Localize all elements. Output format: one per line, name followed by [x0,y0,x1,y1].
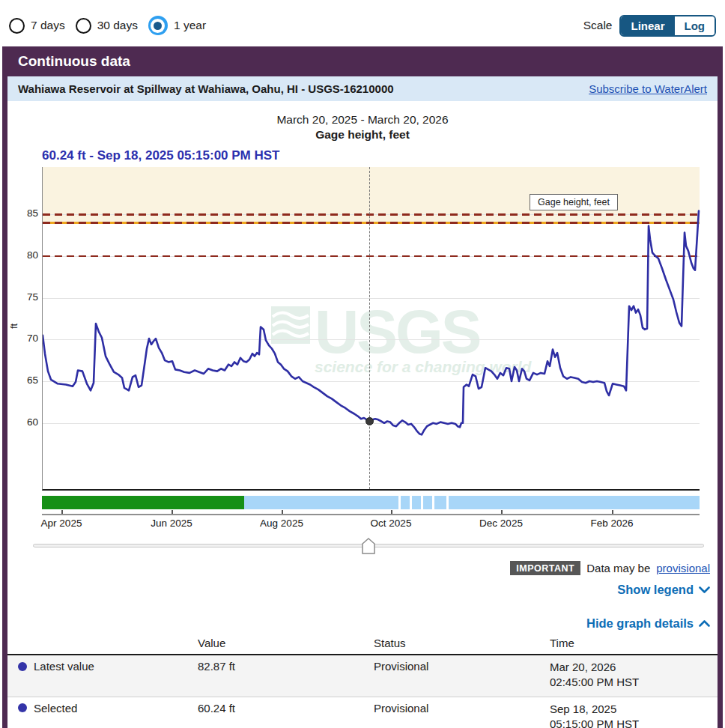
provisional-link[interactable]: provisional [656,562,710,574]
hover-tooltip: Gage height, feet [530,194,618,210]
x-tick-label: Oct 2025 [371,518,412,529]
y-tick-label: 75 [14,291,38,303]
row-label: Latest value [34,660,94,673]
x-tick-label: Dec 2025 [479,518,523,529]
scale-label: Scale [583,19,613,32]
chart-titles: March 20, 2025 - March 20, 2026 Gage hei… [7,113,718,142]
important-badge: IMPORTANT [510,561,580,575]
chart-date-range: March 20, 2025 - March 20, 2026 [7,113,718,127]
show-legend-link[interactable]: Show legend [617,583,710,597]
row-time: Sep 18, 2025 05:15:00 PM HST [550,702,718,728]
row-value: 82.87 ft [198,660,374,673]
x-tick-label: Apr 2025 [41,518,82,529]
radio-30-days-icon[interactable] [76,18,91,34]
provisional-notice-row: IMPORTANT Data may be provisional [7,561,710,575]
radio-7-days-label: 7 days [31,19,65,32]
data-gap [432,496,434,509]
continuous-data-panel: Continuous data Wahiawa Reservoir at Spi… [2,46,723,728]
y-axis-unit-label: ft [8,324,19,329]
data-gap [410,496,412,509]
station-bar: Wahiawa Reservoir at Spillway at Wahiawa… [7,76,718,101]
x-tick-label: Aug 2025 [260,518,303,529]
hover-readout: 60.24 ft - Sep 18, 2025 05:15:00 PM HST [42,148,718,163]
subscribe-wateralert-link[interactable]: Subscribe to WaterAlert [589,82,707,95]
radio-1-year-label: 1 year [174,19,206,32]
hide-graph-details-link[interactable]: Hide graph details [586,616,710,631]
data-gap [398,496,401,509]
table-row-selected: Selected 60.24 ft Provisional Sep 18, 20… [7,697,718,728]
hide-graph-details-label: Hide graph details [586,616,694,631]
x-tick-label: Jun 2025 [151,518,192,529]
x-tick [391,510,392,514]
x-tick [61,510,63,514]
radio-1-year[interactable]: 1 year [148,16,206,35]
table-header-blank [18,637,198,649]
table-header-value: Value [198,637,374,649]
x-tick-label: Feb 2026 [590,518,633,529]
y-tick-label: 65 [14,374,38,386]
station-title: Wahiawa Reservoir at Spillway at Wahiawa… [18,82,394,95]
row-label: Selected [34,702,77,715]
gage-height-line-chart [43,167,700,491]
radio-7-days-icon[interactable] [9,18,25,34]
chart-parameter-title: Gage height, feet [7,128,718,142]
time-slider-row [33,537,706,555]
chevron-up-icon [699,620,710,627]
table-header-status: Status [374,637,550,649]
data-availability-bar[interactable] [42,496,700,509]
data-gap [421,496,423,509]
x-axis: Apr 2025Jun 2025Aug 2025Oct 2025Dec 2025… [42,509,700,533]
gage-height-plot[interactable]: ft USGS science for a changing world Gag… [42,167,700,491]
row-status: Provisional [374,702,550,715]
panel-title: Continuous data [7,46,718,76]
time-range-toolbar: 7 days 30 days 1 year Scale Linear Log [0,0,725,46]
y-tick-label: 70 [14,333,38,344]
series-bullet-icon [18,703,27,712]
radio-7-days[interactable]: 7 days [9,18,65,34]
time-slider-handle[interactable] [362,538,375,554]
x-axis-line [42,514,700,515]
approved-data-segment [42,496,244,509]
radio-1-year-selected-icon[interactable] [148,16,168,35]
table-row-latest-value: Latest value 82.87 ft Provisional Mar 20… [7,655,718,697]
show-legend-row: Show legend [7,583,710,597]
table-header-row: Value Status Time [7,635,718,655]
scale-linear-button[interactable]: Linear [621,16,674,35]
series-bullet-icon [18,662,27,671]
row-status: Provisional [374,660,550,673]
row-value: 60.24 ft [198,702,374,715]
y-tick-label: 80 [14,249,38,261]
x-tick [282,510,283,514]
x-tick [172,510,173,514]
selected-point-marker [365,417,374,425]
chevron-down-icon [699,586,710,593]
scale-toggle: Linear Log [619,15,716,37]
hide-graph-details-row: Hide graph details [7,616,710,631]
x-tick [612,510,613,514]
graph-details-table: Value Status Time Latest value 82.87 ft … [7,635,718,728]
radio-30-days-label: 30 days [97,19,138,32]
data-gap [446,496,449,509]
row-time: Mar 20, 2026 02:45:00 PM HST [550,660,718,691]
time-range-radio-group: 7 days 30 days 1 year [9,16,206,35]
scale-toggle-area: Scale Linear Log [583,15,716,37]
x-tick [501,510,503,514]
scale-log-button[interactable]: Log [675,16,715,35]
provisional-text: Data may be [586,562,650,574]
table-header-time: Time [550,637,718,649]
show-legend-label: Show legend [617,583,694,597]
radio-30-days[interactable]: 30 days [76,18,138,34]
y-tick-label: 60 [14,416,38,428]
y-tick-label: 85 [14,207,38,219]
